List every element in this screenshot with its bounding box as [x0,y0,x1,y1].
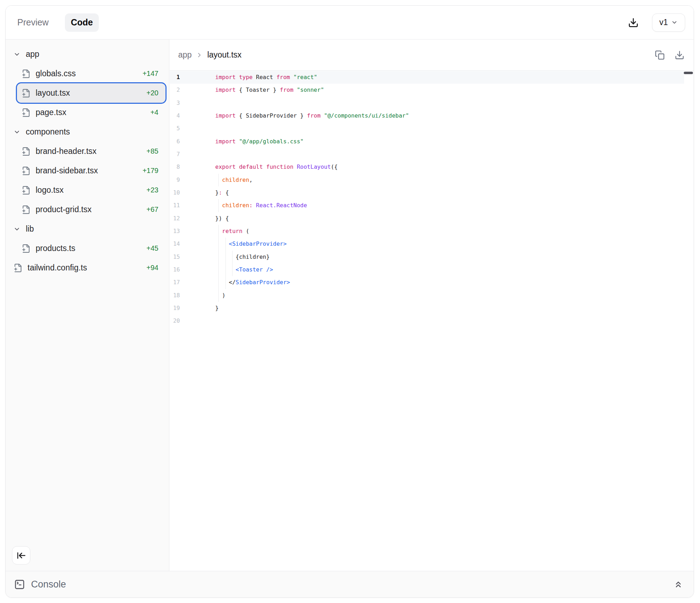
indent-guide [218,251,219,263]
tree-item-product-grid-tsx[interactable]: product-grid.tsx+67 [17,200,165,219]
code-line-9: 9 children, [170,174,684,186]
chevron-down-icon [13,226,20,233]
line-number: 12 [170,212,186,225]
code-line-17: 17 </SidebarProvider> [170,276,684,289]
tree-item-globals-css[interactable]: globals.css+147 [17,64,165,83]
line-number: 14 [170,238,186,250]
download-project-button[interactable] [628,17,639,28]
tree-item-products-ts[interactable]: products.ts+45 [17,239,165,258]
tree-item-components[interactable]: components [11,122,165,142]
file-plus-icon [13,263,23,273]
file-plus-icon [22,147,31,156]
download-icon [628,17,639,28]
indent-guide [225,263,226,276]
indent-guide [225,276,226,289]
terminal-icon [14,579,25,590]
code-line-text: <SidebarProvider> [186,238,684,250]
indent-guide [218,199,219,212]
indent-guide [218,289,219,302]
chevrons-up-icon[interactable] [674,580,683,589]
tree-item-page-tsx[interactable]: page.tsx+4 [17,103,165,122]
code-line-text: import type React from "react" [186,71,684,84]
tree-item-label: tailwind.config.ts [28,263,87,273]
code-line-14: 14 <SidebarProvider> [170,238,684,250]
code-line-7: 7 [170,148,684,161]
tree-item-label: brand-sidebar.tsx [36,166,98,175]
file-plus-icon [22,108,31,117]
line-number: 2 [170,84,186,96]
download-icon [675,50,684,60]
tab-preview[interactable]: Preview [17,17,49,28]
file-tree: appglobals.css+147layout.tsx+20page.tsx+… [6,40,169,277]
diff-added-count: +45 [146,244,165,252]
code-line-1: 1import type React from "react" [170,71,684,84]
tree-item-label: layout.tsx [36,88,70,98]
version-selector[interactable]: v1 [652,13,685,32]
code-line-text: <Toaster /> [186,263,684,276]
file-plus-icon [22,89,31,98]
indent-guide [232,251,233,263]
breadcrumb-folder: app [178,50,192,60]
tree-item-lib[interactable]: lib [11,219,165,239]
code-line-text: import "@/app/globals.css" [186,135,684,148]
copy-code-button[interactable] [655,50,665,60]
tree-item-label: lib [26,224,34,234]
tree-item-brand-sidebar-tsx[interactable]: brand-sidebar.tsx+179 [17,161,165,180]
code-line-19: 19} [170,302,684,315]
indent-guide [225,251,226,263]
file-plus-icon [22,244,31,253]
tree-item-logo-tsx[interactable]: logo.tsx+23 [17,180,165,200]
chevron-right-icon [196,52,203,59]
version-label: v1 [659,18,668,27]
code-line-5: 5 [170,122,684,135]
code-line-13: 13 return ( [170,225,684,238]
code-line-12: 12}) { [170,212,684,225]
code-line-text [186,122,684,135]
tree-item-layout-tsx[interactable]: layout.tsx+20 [17,83,165,103]
indent-guide [218,238,219,250]
download-file-button[interactable] [675,50,684,60]
code-line-6: 6import "@/app/globals.css" [170,135,684,148]
line-number: 16 [170,263,186,276]
tree-item-label: product-grid.tsx [36,205,92,214]
code-line-10: 10}: { [170,186,684,199]
file-plus-icon [22,69,31,78]
code-line-text: return ( [186,225,684,238]
collapse-sidebar-button[interactable] [12,546,30,565]
tree-item-label: components [26,127,70,137]
file-plus-icon [22,166,31,175]
tree-item-brand-header-tsx[interactable]: brand-header.tsx+85 [17,142,165,161]
file-plus-icon [22,186,31,195]
indent-guide [218,263,219,276]
code-line-15: 15 {children} [170,251,684,263]
code-line-text: export default function RootLayout({ [186,161,684,173]
line-number: 1 [170,71,186,84]
tree-item-label: page.tsx [36,108,66,117]
line-number: 6 [170,135,186,148]
tree-item-tailwind-config-ts[interactable]: tailwind.config.ts+94 [11,258,165,277]
line-number: 9 [170,174,186,186]
line-number: 7 [170,148,186,161]
tree-item-app[interactable]: app [11,44,165,64]
top-header: Preview Code v1 [6,6,694,40]
indent-guide [218,174,219,186]
tree-item-label: products.ts [36,244,76,253]
code-line-18: 18 ) [170,289,684,302]
code-line-text [186,148,684,161]
line-number: 13 [170,225,186,238]
diff-added-count: +23 [146,186,165,194]
code-line-16: 16 <Toaster /> [170,263,684,276]
code-line-text [186,97,684,109]
line-number: 15 [170,251,186,263]
code-line-text: {children} [186,251,684,263]
chevron-down-icon [13,129,20,136]
diff-added-count: +67 [146,205,165,214]
diff-added-count: +20 [146,89,165,97]
line-number: 10 [170,186,186,199]
scrollbar-thumb[interactable] [684,72,693,74]
console-bar[interactable]: Console [6,571,694,597]
code-line-11: 11 children: React.ReactNode [170,199,684,212]
file-tree-sidebar: appglobals.css+147layout.tsx+20page.tsx+… [6,40,169,571]
tab-code[interactable]: Code [65,13,99,32]
diff-added-count: +85 [146,147,165,155]
